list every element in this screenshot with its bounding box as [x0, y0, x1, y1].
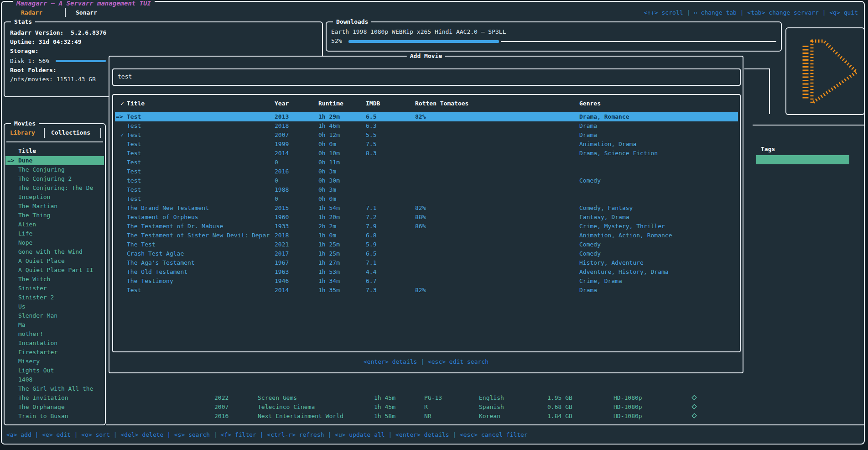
- tags-column-header: Tags: [761, 145, 775, 153]
- library-item[interactable]: The Invitation: [5, 393, 104, 403]
- add-movie-title: Add Movie: [407, 52, 445, 60]
- library-item[interactable]: The Conjuring: The De: [5, 183, 104, 193]
- result-row[interactable]: The Aga's Testament19671h 27m7.1History,…: [115, 258, 738, 267]
- library-item[interactable]: The Witch: [5, 275, 104, 284]
- disk-usage: Disk 1: 56%: [10, 57, 49, 65]
- library-item[interactable]: mother!: [5, 330, 104, 339]
- library-item[interactable]: A Quiet Place: [5, 256, 104, 266]
- library-item[interactable]: The Girl with All the: [5, 384, 104, 393]
- library-item-label: Life: [18, 230, 32, 237]
- result-year: 2014: [275, 287, 289, 293]
- tab-library[interactable]: Library: [10, 129, 35, 136]
- library-item[interactable]: Train to Busan: [5, 412, 104, 421]
- library-item[interactable]: Ma: [5, 320, 104, 330]
- movie-file-row[interactable]: 2016Next Entertainment World1h 58mNRKore…: [109, 412, 721, 421]
- result-row[interactable]: Test00h 0m: [115, 194, 738, 204]
- result-imdb-rating: 4.4: [366, 268, 376, 275]
- result-row[interactable]: The Brand New Testament20151h 54m7.182%C…: [115, 204, 738, 213]
- result-title: The Brand New Testament: [127, 204, 209, 211]
- selected-item-marker: =>: [7, 157, 15, 164]
- result-row[interactable]: test00h 30mComedy: [115, 176, 738, 185]
- library-item[interactable]: Sinister: [5, 284, 104, 293]
- result-row[interactable]: Test00h 11m: [115, 158, 738, 167]
- library-item[interactable]: Inception: [5, 193, 104, 202]
- result-genres: Drama, Science Fiction: [579, 150, 658, 157]
- search-results-table: ✓TitleYearRuntimeIMDBRotten TomatoesGenr…: [112, 94, 741, 352]
- library-item[interactable]: A Quiet Place Part II: [5, 266, 104, 275]
- library-item[interactable]: The Thing: [5, 211, 104, 220]
- library-item[interactable]: 1408: [5, 375, 104, 384]
- results-rows: =>Test20131h 29m6.582%Drama, RomanceTest…: [113, 112, 740, 299]
- result-row[interactable]: ✓Test20070h 12m5.5Drama: [115, 131, 738, 140]
- result-genres: Crime, Drama: [579, 277, 622, 284]
- tab-radarr[interactable]: Radarr: [21, 9, 42, 16]
- result-runtime: 0h 3m: [318, 186, 336, 193]
- library-item[interactable]: Gone with the Wind: [5, 247, 104, 256]
- result-row[interactable]: Testament of Orpheus19601h 20m7.288%Fant…: [115, 213, 738, 222]
- library-item[interactable]: The Martian: [5, 202, 104, 211]
- library-item[interactable]: =>Dune: [5, 156, 104, 165]
- library-item[interactable]: The Orphanage: [5, 403, 104, 412]
- result-row[interactable]: The Old Testament19631h 53m4.4Adventure,…: [115, 267, 738, 277]
- result-row[interactable]: Test20160h 3m: [115, 167, 738, 176]
- library-item[interactable]: Sinister 2: [5, 293, 104, 302]
- movies-panel-title: Movies: [11, 120, 39, 128]
- library-item[interactable]: Lights Out: [5, 366, 104, 375]
- result-title: Test: [127, 186, 141, 193]
- result-row[interactable]: The Testimony19461h 34m6.7Crime, Drama: [115, 277, 738, 286]
- result-row[interactable]: Test19880h 3m: [115, 185, 738, 194]
- result-year: 2016: [275, 168, 289, 175]
- library-item[interactable]: Nope: [5, 238, 104, 247]
- result-row[interactable]: Test20141h 35m7.382%Drama: [115, 286, 738, 295]
- downloads-panel-title: Downloads: [333, 18, 371, 26]
- library-item[interactable]: Incantation: [5, 339, 104, 348]
- result-row[interactable]: =>Test20131h 29m6.582%Drama, Romance: [115, 112, 738, 121]
- movie-search-input[interactable]: [118, 73, 733, 80]
- result-imdb-rating: 6.8: [366, 232, 376, 239]
- library-item-label: Misery: [18, 358, 40, 365]
- result-title: The Testimony: [127, 277, 173, 284]
- row-monitored-check-icon: ✓: [120, 131, 124, 138]
- result-title: Test: [127, 287, 141, 293]
- result-row[interactable]: Crash Test Aglae20171h 25m6.5Comedy: [115, 249, 738, 258]
- library-item[interactable]: Firestarter: [5, 348, 104, 357]
- library-item[interactable]: The Conjuring: [5, 165, 104, 174]
- result-row[interactable]: The Test20211h 25m5.9Comedy: [115, 240, 738, 249]
- library-item[interactable]: Us: [5, 302, 104, 311]
- library-item[interactable]: Life: [5, 229, 104, 238]
- library-item[interactable]: Misery: [5, 357, 104, 366]
- library-item-label: 1408: [18, 376, 32, 383]
- movie-file-row[interactable]: 2022Screen Gems1h 45mPG-13English1.95 GB…: [109, 393, 721, 403]
- library-item-label: Sinister: [18, 285, 47, 292]
- result-title: Test: [127, 159, 141, 166]
- result-title: Test: [127, 113, 141, 120]
- movie-file-row[interactable]: 2007Telecinco Cinema1h 45mRSpanish0.68 G…: [109, 403, 721, 412]
- result-row[interactable]: Test20140h 10m8.3Drama, Science Fiction: [115, 149, 738, 158]
- tabs-underline: [6, 141, 103, 142]
- tag-icon: [691, 394, 697, 402]
- library-item[interactable]: Slender Man: [5, 311, 104, 320]
- tag-icon: [691, 413, 697, 420]
- result-genres: Drama: [579, 287, 597, 293]
- result-row[interactable]: Test20181h 46m6.3Drama: [115, 121, 738, 131]
- tags-selected-row[interactable]: [756, 155, 849, 164]
- managarr-logo-icon: [792, 33, 860, 110]
- result-runtime: 1h 27m: [318, 259, 340, 266]
- result-row[interactable]: The Testament of Dr. Mabuse19332h 2m7.98…: [115, 222, 738, 231]
- result-runtime: 1h 34m: [318, 277, 340, 284]
- tab-collections[interactable]: Collections: [51, 129, 90, 136]
- result-row[interactable]: Test19990h 0m7.5Animation, Drama: [115, 140, 738, 149]
- library-item[interactable]: Alien: [5, 220, 104, 229]
- movie-file-size: 1.84 GB: [547, 413, 572, 419]
- movie-file-runtime: 1h 45m: [374, 394, 395, 401]
- result-runtime: 1h 29m: [318, 113, 340, 120]
- result-year: 2014: [275, 150, 289, 157]
- library-item[interactable]: The Conjuring 2: [5, 174, 104, 183]
- result-runtime: 0h 3m: [318, 168, 336, 175]
- result-year: 1960: [275, 214, 289, 220]
- download-item-title: Earth 1998 1080p WEBRip x265 Hindi AAC2.…: [331, 28, 506, 36]
- result-row[interactable]: The Testament of Sister New Devil: Depar…: [115, 231, 738, 240]
- result-genres: Comedy: [579, 177, 601, 184]
- tab-sonarr[interactable]: Sonarr: [76, 9, 97, 16]
- result-runtime: 1h 46m: [318, 122, 340, 129]
